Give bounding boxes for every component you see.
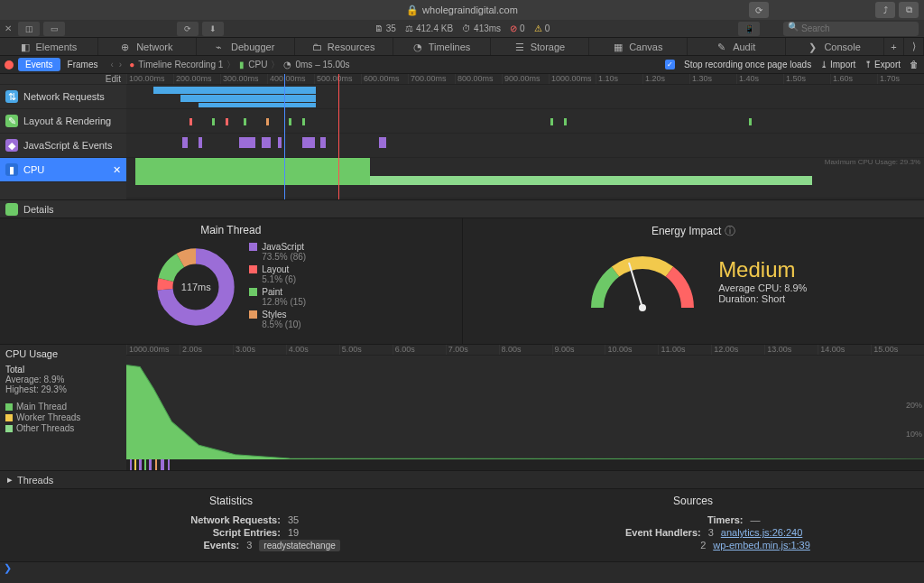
main-thread-panel: Main Thread 117ms JavaScript73.5% (86) L… <box>0 218 462 344</box>
summary-panels: Main Thread 117ms JavaScript73.5% (86) L… <box>0 218 924 345</box>
threads-row[interactable]: ▸ Threads <box>0 471 924 489</box>
export-button[interactable]: ⤒ Export <box>864 60 901 69</box>
stop-on-load-label: Stop recording once page loads <box>684 60 811 69</box>
clock-icon: ⏱ <box>462 23 471 33</box>
dock-bottom-button[interactable]: ▭ <box>43 22 65 36</box>
reload-icon[interactable]: ⟳ <box>749 2 769 18</box>
cpu-track: Maximum CPU Usage: 29.3% <box>126 158 924 199</box>
energy-rating: Medium <box>718 257 807 282</box>
close-devtools-button[interactable]: ✕ <box>0 23 16 33</box>
dock-left-button[interactable]: ◫ <box>18 22 40 36</box>
tab-canvas[interactable]: ▦Canvas <box>589 38 688 55</box>
folder-icon: 🗀 <box>312 42 323 52</box>
disclosure-icon: ▸ <box>7 474 13 486</box>
cpu-usage-sidebar: CPU Usage Total Average: 8.9% Highest: 2… <box>0 345 126 470</box>
breadcrumb-range[interactable]: 0ms – 15.00s <box>295 60 349 69</box>
tab-storage[interactable]: ☰Storage <box>491 38 589 55</box>
page-metrics: 🗎35 ⚖412.4 KB ⏱413ms ⊘0 ⚠0 <box>374 23 550 33</box>
timeline-sidebar: Edit ⇅Network Requests ✎Layout & Renderi… <box>0 74 126 199</box>
trash-button[interactable]: 🗑 <box>910 60 919 69</box>
source-link[interactable]: analytics.js:26:240 <box>721 527 803 538</box>
timeline-canvas[interactable]: 100.00ms200.00ms300.00ms400.00ms500.00ms… <box>126 74 924 199</box>
tab-elements[interactable]: ◧Elements <box>0 38 98 55</box>
reload-button[interactable]: ⟳ <box>177 22 199 36</box>
cpu-chip-icon: ▮ <box>239 60 245 69</box>
cpu-icon: ▮ <box>5 163 18 176</box>
view-events-button[interactable]: Events <box>18 58 60 71</box>
source-link[interactable]: wp-embed.min.js:1:39 <box>713 540 810 551</box>
import-icon: ⤓ <box>820 60 827 69</box>
audit-icon: ✎ <box>717 42 728 52</box>
energy-impact-panel: Energy Impact ⓘ Medium Average CPU: 8.9%… <box>463 218 925 344</box>
help-icon[interactable]: ⓘ <box>725 225 735 237</box>
details-icon <box>5 203 18 216</box>
bug-icon: ⌁ <box>216 42 226 52</box>
cpu-max-label: Maximum CPU Usage: 29.3% <box>825 158 920 166</box>
network-icon: ⊕ <box>121 42 132 52</box>
tab-audit[interactable]: ✎Audit <box>688 38 786 55</box>
devtools-toolbar: ✕ ◫ ▭ ⟳ ⬇ 🗎35 ⚖412.4 KB ⏱413ms ⊘0 ⚠0 📱 🔍 <box>0 20 924 38</box>
stop-on-load-checkbox[interactable]: ✓ <box>665 60 675 69</box>
nav-back-button[interactable]: ‹ <box>110 60 113 69</box>
close-track-button[interactable]: ✕ <box>113 164 121 176</box>
script-icon: ◆ <box>5 139 18 152</box>
clock-icon: ◔ <box>283 60 291 69</box>
search-icon: 🔍 <box>788 22 799 32</box>
record-button[interactable] <box>5 60 14 69</box>
playhead-red[interactable] <box>338 74 339 199</box>
energy-avg: Average CPU: 8.9% <box>718 282 807 293</box>
track-cpu[interactable]: ▮CPU✕ <box>0 158 126 182</box>
tab-console[interactable]: ❯Console <box>786 38 884 55</box>
tab-resources[interactable]: 🗀Resources <box>295 38 393 55</box>
url-text: wholegraindigital.com <box>422 5 518 15</box>
energy-duration: Duration: Short <box>718 293 807 304</box>
layout-track <box>126 109 924 134</box>
tab-network[interactable]: ⊕Network <box>98 38 197 55</box>
download-button[interactable]: ⬇ <box>202 22 224 36</box>
statistics-title: Statistics <box>5 495 457 507</box>
nav-fwd-button[interactable]: › <box>119 60 122 69</box>
track-layout[interactable]: ✎Layout & Rendering <box>0 109 126 134</box>
export-icon: ⤒ <box>864 60 872 69</box>
search-field[interactable]: 🔍 <box>783 22 919 36</box>
details-row[interactable]: Details <box>0 200 924 218</box>
import-button[interactable]: ⤓ Import <box>820 60 855 69</box>
share-icon[interactable]: ⤴ <box>875 2 895 18</box>
add-tab-button[interactable]: + <box>884 38 904 55</box>
track-js[interactable]: ◆JavaScript & Events <box>0 134 126 158</box>
tabs-icon[interactable]: ⧉ <box>899 2 919 18</box>
tab-debugger[interactable]: ⌁Debugger <box>197 38 295 55</box>
url-field: 🔒 wholegraindigital.com <box>406 5 518 16</box>
storage-icon: ☰ <box>515 42 526 52</box>
track-network[interactable]: ⇅Network Requests <box>0 85 126 109</box>
search-input[interactable] <box>783 22 919 36</box>
lock-icon: 🔒 <box>406 5 419 16</box>
console-prompt[interactable]: ❯ <box>0 561 924 576</box>
device-button[interactable]: 📱 <box>738 22 760 36</box>
breadcrumb: ● Timeline Recording 1 〉 ▮ CPU 〉 ◔ 0ms –… <box>129 59 349 71</box>
network-icon: ⇅ <box>5 90 18 103</box>
stats-section: Statistics Network Requests:35 Script En… <box>0 489 924 561</box>
svg-point-5 <box>639 304 646 311</box>
elements-icon: ◧ <box>21 42 32 52</box>
warning-icon: ⚠ <box>534 23 542 33</box>
tab-timelines[interactable]: ◔Timelines <box>393 38 492 55</box>
devtools-tabs: ◧Elements ⊕Network ⌁Debugger 🗀Resources … <box>0 38 924 56</box>
js-track <box>126 134 924 158</box>
sources-title: Sources <box>467 495 919 507</box>
energy-title: Energy Impact ⓘ <box>651 224 735 239</box>
main-thread-donut: 117ms <box>155 246 236 328</box>
cpu-usage-title: CPU Usage <box>5 348 121 359</box>
cpu-usage-chart[interactable]: 1000.00ms2.00s3.00s4.00s5.00s6.00s7.00s8… <box>126 345 924 470</box>
event-badge[interactable]: readystatechange <box>259 540 340 551</box>
weight-icon: ⚖ <box>405 23 413 33</box>
breadcrumb-cpu[interactable]: CPU <box>248 60 267 69</box>
network-track <box>126 85 924 109</box>
y-axis-10: 10% <box>906 430 922 439</box>
view-frames-button[interactable]: Frames <box>60 58 106 71</box>
donut-center: 117ms <box>181 282 211 292</box>
tab-overflow-button[interactable]: ⟩ <box>904 38 924 55</box>
edit-button[interactable]: Edit <box>0 74 126 85</box>
breadcrumb-recording[interactable]: Timeline Recording 1 <box>138 60 223 69</box>
playhead-blue[interactable] <box>284 74 285 199</box>
